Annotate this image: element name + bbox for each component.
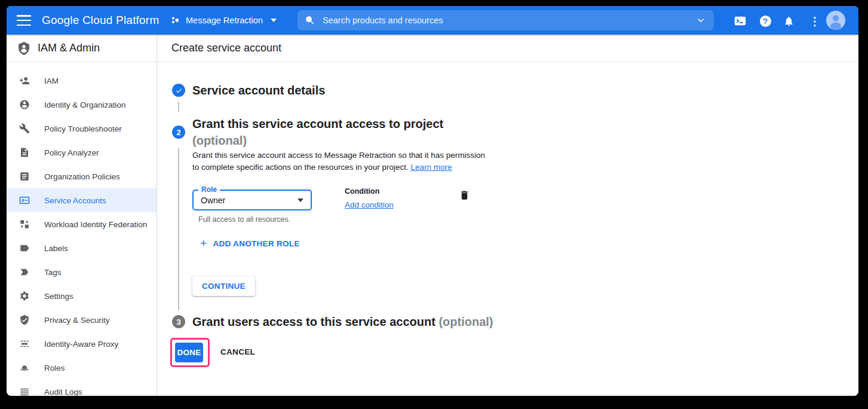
sidebar-item-organization-policies[interactable]: Organization Policies bbox=[7, 164, 157, 188]
sidebar-item-label: Policy Analyzer bbox=[44, 148, 99, 157]
search-input[interactable] bbox=[323, 16, 695, 25]
notifications-bell-icon[interactable] bbox=[782, 14, 795, 28]
document-lines-icon bbox=[19, 147, 30, 158]
sidebar-items: IAM Identity & Organization Policy Troub… bbox=[7, 62, 157, 396]
role-select-label: Role bbox=[198, 186, 220, 193]
sidebar-item-label: Policy Troubleshooter bbox=[44, 124, 122, 133]
create-service-account-form: Service account details 2 Grant this ser… bbox=[157, 62, 858, 368]
chevron-down-icon bbox=[271, 19, 277, 22]
sidebar-item-label: IAM bbox=[44, 77, 59, 86]
sidebar-item-label: Organization Policies bbox=[44, 172, 120, 181]
help-icon[interactable]: ? bbox=[759, 14, 772, 28]
blocks-icon bbox=[19, 219, 30, 230]
sidebar-item-label: Labels bbox=[44, 244, 68, 253]
dropdown-arrow-icon bbox=[297, 199, 303, 202]
sidebar-item-label: Identity-Aware Proxy bbox=[44, 340, 118, 349]
sidebar-item-label: Settings bbox=[44, 292, 73, 301]
more-options-icon[interactable]: ⋮ bbox=[808, 14, 821, 28]
search-icon bbox=[305, 15, 315, 26]
search-bar[interactable] bbox=[297, 10, 714, 30]
iam-admin-shield-icon bbox=[17, 41, 31, 56]
sidebar-item-roles[interactable]: Roles bbox=[7, 356, 157, 380]
browser-viewport: Google Cloud Platform Message Retraction… bbox=[7, 6, 858, 396]
account-circle-icon bbox=[19, 99, 30, 110]
continue-button[interactable]: CONTINUE bbox=[192, 276, 255, 296]
plus-icon: + bbox=[200, 239, 207, 248]
delete-role-trash-icon[interactable] bbox=[459, 190, 471, 202]
step-connector-line bbox=[178, 102, 179, 112]
wrench-icon bbox=[19, 123, 30, 134]
project-selector[interactable]: Message Retraction bbox=[170, 12, 277, 29]
top-app-bar: Google Cloud Platform Message Retraction… bbox=[7, 6, 858, 35]
main-panel: Create service account Service account d… bbox=[157, 35, 858, 396]
learn-more-link[interactable]: Learn more bbox=[410, 163, 452, 172]
label-icon bbox=[19, 243, 30, 254]
service-account-key-icon bbox=[19, 195, 30, 206]
sidebar-item-label: Service Accounts bbox=[44, 196, 106, 205]
sidebar-item-privacy-security[interactable]: Privacy & Security bbox=[7, 308, 157, 332]
step-3-optional-label: (optional) bbox=[438, 315, 493, 328]
hat-icon bbox=[19, 362, 30, 373]
cancel-button[interactable]: CANCEL bbox=[220, 347, 255, 356]
sidebar-item-audit-logs[interactable]: Audit Logs bbox=[7, 380, 157, 396]
sidebar-item-iam[interactable]: IAM bbox=[7, 69, 157, 93]
step-2-optional-label: (optional) bbox=[192, 132, 443, 149]
sidebar-item-label: Tags bbox=[44, 268, 62, 277]
sidebar-item-label: Identity & Organization bbox=[44, 100, 126, 109]
body-row: IAM & Admin IAM Identity & Organization … bbox=[7, 35, 858, 396]
cloud-shell-icon[interactable] bbox=[734, 14, 747, 28]
step-2-title: Grant this service account access to pro… bbox=[192, 115, 443, 149]
list-lines-icon bbox=[19, 386, 30, 396]
step-3-title-text: Grant users access to this service accou… bbox=[192, 315, 435, 328]
sidebar-item-label: Roles bbox=[44, 364, 65, 373]
sidebar-title: IAM & Admin bbox=[38, 42, 100, 54]
done-button[interactable]: DONE bbox=[175, 343, 203, 362]
role-select[interactable]: Role Owner bbox=[192, 190, 312, 210]
step-2-description: Grant this service account access to Mes… bbox=[192, 149, 491, 173]
gear-icon bbox=[19, 291, 30, 301]
sidebar-item-label: Privacy & Security bbox=[44, 316, 110, 325]
role-select-value: Owner bbox=[201, 196, 297, 205]
person-add-icon bbox=[19, 75, 30, 86]
sidebar-item-policy-analyzer[interactable]: Policy Analyzer bbox=[7, 141, 157, 164]
step-2-title-text: Grant this service account access to pro… bbox=[192, 115, 443, 132]
add-condition-link[interactable]: Add condition bbox=[345, 200, 394, 209]
sidebar-item-identity-aware-proxy[interactable]: Identity-Aware Proxy bbox=[7, 332, 157, 356]
page-title: Create service account bbox=[171, 42, 281, 54]
tag-arrow-icon bbox=[19, 267, 30, 277]
sidebar-item-identity-organization[interactable]: Identity & Organization bbox=[7, 93, 157, 117]
sidebar-item-policy-troubleshooter[interactable]: Policy Troubleshooter bbox=[7, 117, 157, 141]
search-expand-chevron-icon[interactable] bbox=[695, 14, 707, 26]
sidebar-item-label: Audit Logs bbox=[44, 387, 82, 396]
sidebar: IAM & Admin IAM Identity & Organization … bbox=[7, 35, 157, 396]
step-3-title: Grant users access to this service accou… bbox=[192, 313, 493, 330]
add-another-role-button[interactable]: + ADD ANOTHER ROLE bbox=[200, 239, 300, 248]
step-1-title[interactable]: Service account details bbox=[192, 82, 325, 99]
menu-icon[interactable] bbox=[17, 15, 31, 26]
sidebar-item-label: Workload Identity Federation bbox=[44, 220, 147, 229]
sidebar-header: IAM & Admin bbox=[7, 35, 157, 62]
page-header: Create service account bbox=[157, 35, 858, 62]
step-1-complete-check-icon bbox=[172, 84, 185, 97]
sidebar-item-tags[interactable]: Tags bbox=[7, 260, 157, 284]
proxy-layers-icon bbox=[19, 338, 30, 349]
project-name: Message Retraction bbox=[186, 16, 263, 25]
sidebar-item-settings[interactable]: Settings bbox=[7, 284, 157, 308]
article-icon bbox=[19, 171, 30, 182]
project-dots-icon bbox=[170, 16, 180, 26]
sidebar-item-service-accounts[interactable]: Service Accounts bbox=[7, 188, 157, 212]
avatar[interactable] bbox=[826, 11, 845, 30]
role-helper-text: Full access to all resources. bbox=[198, 215, 290, 224]
sidebar-item-workload-identity-federation[interactable]: Workload Identity Federation bbox=[7, 212, 157, 236]
step-connector-line bbox=[178, 148, 179, 310]
step-3-number-badge: 3 bbox=[172, 315, 185, 328]
condition-label: Condition bbox=[345, 187, 379, 196]
sidebar-item-labels[interactable]: Labels bbox=[7, 236, 157, 260]
brand-title[interactable]: Google Cloud Platform bbox=[42, 14, 159, 27]
shield-check-icon bbox=[19, 315, 30, 325]
add-another-role-label: ADD ANOTHER ROLE bbox=[213, 239, 299, 248]
step-2-number-badge: 2 bbox=[172, 126, 185, 139]
